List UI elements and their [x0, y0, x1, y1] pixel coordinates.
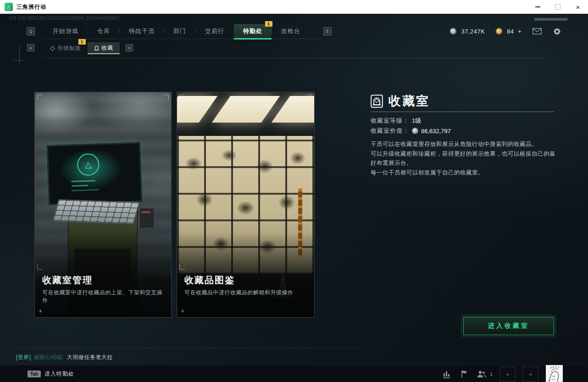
card-description: 可在收藏品中进行收藏品的解锁和升级操作 [184, 289, 311, 297]
bottom-bar: Tab 进入特勤处 1 + + [0, 365, 588, 382]
enter-special-ops-shortcut[interactable]: Tab 进入特勤处 [28, 365, 74, 382]
tab-label: 开始游戏 [53, 27, 78, 35]
flag-icon [460, 370, 469, 379]
craft-icon [50, 46, 55, 51]
chat-message-row[interactable]: [世界] 烟雨心间续: 大坝做任务老大拉 [16, 354, 113, 361]
level-label: 收藏室等级： [371, 117, 409, 125]
bottom-right-toolbar: 1 + + [442, 365, 563, 382]
uid-text: CN UID:90023631093261038096_202604090957 [9, 16, 120, 21]
collection-level-row: 收藏室等级： 1级 [371, 117, 421, 125]
chat-message: 大坝做任务老大拉 [67, 354, 113, 361]
decorative-pill [534, 18, 568, 21]
tab-label: 改枪台 [281, 27, 300, 35]
sub-nav: 升级制造 1 收藏 [44, 42, 120, 54]
gear-icon [553, 27, 561, 36]
player-avatar[interactable] [546, 365, 563, 382]
collection-room-panel-header: 收藏室 [371, 93, 430, 109]
report-button[interactable] [460, 370, 469, 379]
decorative-crosshair-h [14, 60, 25, 61]
topbar-right: 37,247K 84 + [450, 24, 561, 39]
subtab-upgrade-craft[interactable]: 升级制造 1 [44, 42, 88, 54]
tab-market[interactable]: 交易行 [196, 24, 233, 39]
window-controls: × [527, 0, 588, 14]
card-collection-management[interactable]: △ 收藏室管理 可在收藏室中进行收藏品的上架、下架和交互操作 + [34, 92, 172, 318]
window-titlebar: △ 三角洲行动 × [0, 0, 588, 14]
tab-department[interactable]: 部门 [164, 24, 195, 39]
tab-start-game[interactable]: 开始游戏 [44, 24, 88, 39]
corner-bracket [179, 95, 185, 100]
corner-bracket [37, 95, 43, 100]
corner-bracket [179, 264, 185, 270]
main-nav: 开始游戏 仓库 特战干员 部门 交易行 特勤处 1 改枪台 [44, 24, 322, 39]
tab-label: 交易行 [205, 27, 224, 35]
card-collection-catalog[interactable]: 收藏品图鉴 可在收藏品中进行收藏品的解锁和升级操作 + [177, 92, 315, 318]
tab-keyhint: Tab [28, 371, 41, 377]
collection-room-description: 干员可以在收藏室里存放和展示从危险行动中搜索到的收藏品。 可以升级收藏柜和珍藏柜… [371, 140, 556, 178]
chat-divider [14, 348, 360, 348]
plus-icon: + [506, 370, 510, 378]
decorative-crosshair-v [19, 46, 20, 65]
art-laptop-screen: △ [47, 142, 142, 205]
tab-gunsmith[interactable]: 改枪台 [272, 24, 310, 39]
art-light-panel [212, 96, 280, 123]
corner-bracket [306, 95, 312, 100]
card-title: 收藏品图鉴 [184, 274, 235, 286]
plus-marker: + [181, 307, 184, 315]
art-laptop-keyboard [52, 199, 139, 224]
notification-badge: 1 [265, 21, 272, 27]
window-title: 三角洲行动 [17, 3, 46, 11]
tab-label: 特战干员 [129, 27, 155, 35]
art-side-gadget [139, 208, 154, 228]
tab-operators[interactable]: 特战干员 [120, 24, 164, 39]
card-description: 可在收藏室中进行收藏品的上架、下架和交互操作 [42, 289, 167, 304]
notification-badge: 1 [78, 39, 86, 45]
mail-button[interactable] [533, 28, 542, 34]
gold-currency-value: 84 [507, 28, 514, 35]
silver-currency-value: 37,247K [461, 28, 485, 35]
settings-button[interactable] [553, 27, 561, 36]
value-label: 收藏室价值： [371, 127, 409, 135]
tab-warehouse[interactable]: 仓库 [88, 24, 119, 39]
tab-label: 部门 [173, 27, 186, 35]
close-icon: × [576, 4, 580, 11]
plus-marker: + [39, 307, 42, 315]
gold-coin-icon [496, 28, 502, 34]
subnav-left-keyhint: A [27, 44, 34, 51]
add-currency-button[interactable]: + [518, 28, 521, 35]
invite-slot-button[interactable]: + [523, 367, 538, 382]
silver-coin-icon [412, 128, 418, 134]
invite-slot-button[interactable]: + [500, 367, 516, 382]
mail-icon [533, 28, 542, 34]
art-ceiling [177, 92, 314, 136]
team-count: 1 [490, 371, 493, 377]
collection-icon [94, 45, 99, 51]
team-button[interactable] [476, 370, 487, 378]
tab-label: 特勤处 [243, 27, 262, 35]
level-value: 1级 [412, 117, 421, 125]
app-logo-icon: △ [5, 3, 13, 11]
team-icon [476, 370, 487, 378]
maximize-icon [555, 4, 560, 10]
subtab-collection[interactable]: 收藏 [88, 42, 120, 54]
tab-label: 仓库 [97, 27, 110, 35]
nav-left-keyhint: Q [27, 27, 35, 35]
chat-username: 烟雨心间续: [34, 354, 64, 361]
value-amount: 86,632,797 [421, 128, 451, 135]
card-title: 收藏室管理 [42, 274, 93, 286]
stats-button[interactable] [442, 370, 452, 379]
page-title: 收藏室 [388, 93, 430, 109]
logo-glyph: △ [7, 4, 11, 10]
plus-icon: + [529, 370, 533, 378]
corner-bracket [37, 264, 43, 270]
panel-divider [371, 112, 554, 112]
enter-special-ops-label: 进入特勤处 [44, 370, 74, 378]
close-button[interactable]: × [568, 0, 588, 14]
subtab-label: 收藏 [101, 44, 113, 52]
avatar-sketch [546, 365, 563, 382]
minimize-button[interactable] [527, 0, 548, 14]
maximize-button[interactable] [548, 0, 568, 14]
minimize-icon [535, 6, 540, 7]
tab-special-ops[interactable]: 特勤处 1 [234, 24, 272, 39]
enter-collection-room-button[interactable]: 进入收藏室 [463, 317, 554, 335]
subnav-right-keyhint: D [126, 44, 133, 51]
